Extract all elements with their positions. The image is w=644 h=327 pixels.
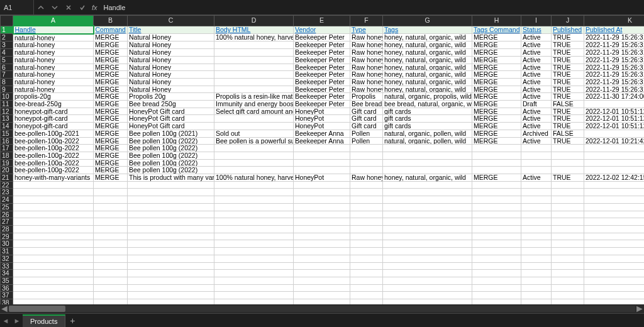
cell[interactable]: TRUE <box>552 108 584 115</box>
column-title-link[interactable]: Published At <box>586 26 622 33</box>
cell[interactable] <box>214 211 294 218</box>
cell[interactable]: Active <box>521 108 552 115</box>
row-header[interactable]: 3 <box>1 42 13 49</box>
cell[interactable] <box>552 262 584 270</box>
formula-input[interactable]: Handle <box>101 4 644 11</box>
cell[interactable] <box>214 78 294 86</box>
cell[interactable]: Active <box>521 174 552 182</box>
cell[interactable] <box>294 189 350 196</box>
row-header[interactable]: 16 <box>1 137 13 145</box>
cell[interactable] <box>214 56 294 64</box>
cell[interactable] <box>350 159 383 167</box>
cell[interactable]: MERGE <box>94 71 128 79</box>
cell[interactable]: Natural Honey <box>128 56 214 64</box>
cell[interactable]: 2022-11-29 15:26:31 +0200 <box>584 86 645 93</box>
cell[interactable] <box>214 167 294 174</box>
cell[interactable]: Beekeeper Peter <box>294 56 350 64</box>
cell[interactable]: Beekeeper Peter <box>294 34 350 42</box>
cell[interactable] <box>350 299 383 304</box>
cell[interactable]: natural, organic, pollen, wild <box>383 137 472 145</box>
row-header[interactable]: 19 <box>1 159 13 167</box>
cell[interactable] <box>94 196 128 204</box>
cell[interactable]: 100% natural honey, harvested <box>214 34 294 42</box>
cell[interactable]: gift cards <box>383 108 472 115</box>
cell[interactable] <box>521 203 552 211</box>
cell[interactable]: Draft <box>521 101 552 108</box>
column-header-K[interactable]: K <box>584 16 645 26</box>
cell[interactable]: HoneyPot Gift card <box>128 123 214 130</box>
cell[interactable]: MERGE <box>94 42 128 49</box>
cell[interactable]: Active <box>521 137 552 145</box>
row-header[interactable]: 11 <box>1 101 13 108</box>
cell[interactable]: Beekeeper Peter <box>294 42 350 49</box>
cell[interactable] <box>94 255 128 262</box>
cell[interactable]: Natural Honey <box>128 49 214 57</box>
cell[interactable]: MERGE <box>94 115 128 123</box>
cell[interactable] <box>584 233 645 240</box>
cell[interactable] <box>214 49 294 57</box>
cell[interactable] <box>584 189 645 196</box>
cell[interactable] <box>350 262 383 270</box>
cell[interactable]: honeypot-gift-card <box>13 115 94 123</box>
cell[interactable] <box>383 240 472 248</box>
cell[interactable] <box>521 248 552 255</box>
cell[interactable] <box>214 64 294 71</box>
scroll-left-icon[interactable]: ◄ <box>0 304 9 313</box>
cell[interactable] <box>13 299 94 304</box>
cell[interactable]: MERGE <box>94 167 128 174</box>
cell[interactable] <box>214 181 294 189</box>
cell[interactable]: gift cards <box>383 123 472 130</box>
cell[interactable]: honey, natural, organic, wild <box>383 78 472 86</box>
cell[interactable] <box>521 225 552 233</box>
cell[interactable] <box>521 262 552 270</box>
cell[interactable] <box>472 277 521 284</box>
cell[interactable]: TRUE <box>552 115 584 123</box>
cell[interactable]: 2022-11-29 15:26:31 +0200 <box>584 49 645 57</box>
cell[interactable] <box>552 167 584 174</box>
cell[interactable]: Bee pollen 100g (2022) <box>128 137 214 145</box>
cell[interactable]: Sold out <box>214 130 294 137</box>
cell[interactable]: TRUE <box>552 49 584 57</box>
cell[interactable]: MERGE <box>94 56 128 64</box>
cell[interactable] <box>350 189 383 196</box>
row-header[interactable]: 35 <box>1 277 13 284</box>
cell[interactable]: propolis-20g <box>13 93 94 101</box>
cell[interactable] <box>294 233 350 240</box>
cell[interactable]: honeypot-gift-card <box>13 108 94 115</box>
cell[interactable] <box>521 181 552 189</box>
cell[interactable] <box>94 299 128 304</box>
cell[interactable]: TRUE <box>552 174 584 182</box>
column-title-link[interactable]: Vendor <box>295 26 316 33</box>
cell[interactable] <box>128 277 214 284</box>
cell[interactable]: MERGE <box>472 78 521 86</box>
cell[interactable]: honey, natural, organic, wild <box>383 86 472 93</box>
cell[interactable] <box>472 211 521 218</box>
cell[interactable] <box>294 225 350 233</box>
cell[interactable] <box>350 225 383 233</box>
cell[interactable] <box>472 248 521 255</box>
cell[interactable] <box>294 262 350 270</box>
cell[interactable]: 2022-11-29 15:26:31 +0200 <box>584 56 645 64</box>
cell[interactable]: MERGE <box>94 123 128 130</box>
cell[interactable]: TRUE <box>552 123 584 130</box>
cell[interactable] <box>128 196 214 204</box>
cell[interactable] <box>472 152 521 159</box>
tab-nav[interactable]: ◄ ► <box>0 317 23 324</box>
cell[interactable] <box>13 189 94 196</box>
cell[interactable] <box>294 203 350 211</box>
cell[interactable] <box>552 225 584 233</box>
cell[interactable]: natural, organic, propolis, wild <box>383 93 472 101</box>
cell[interactable]: MERGE <box>94 137 128 145</box>
cell[interactable]: natural-honey <box>13 64 94 71</box>
cell[interactable]: Beekeeper Anna <box>294 137 350 145</box>
cell[interactable]: Natural Honey <box>128 42 214 49</box>
cell[interactable]: honey, natural, organic, wild <box>383 42 472 49</box>
cell[interactable] <box>521 270 552 277</box>
cell[interactable] <box>383 189 472 196</box>
spreadsheet-grid[interactable]: ABCDEFGHIJKL 1HandleCommandTitleBody HTM… <box>0 15 644 304</box>
scroll-track[interactable] <box>9 306 635 312</box>
cell[interactable]: 100% natural honey, harvested <box>214 174 294 182</box>
cell[interactable]: FALSE <box>552 101 584 108</box>
cell[interactable] <box>128 240 214 248</box>
column-header-A[interactable]: A <box>13 16 94 26</box>
